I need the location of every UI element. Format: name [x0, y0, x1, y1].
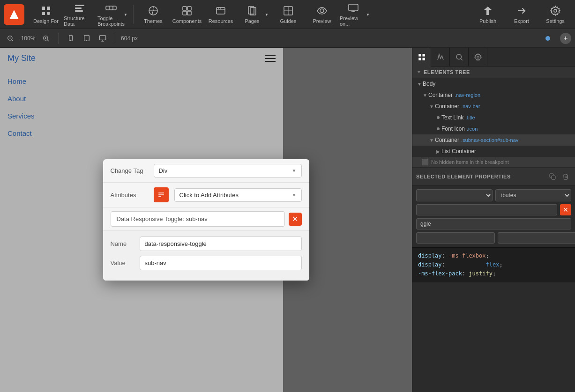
code-val-3: justify — [465, 270, 493, 277]
svg-rect-13 — [183, 7, 187, 10]
app-logo[interactable] — [4, 4, 24, 25]
tree-body[interactable]: ▼ Body — [412, 78, 575, 89]
separator-1 — [133, 5, 134, 24]
props-select-1[interactable] — [416, 189, 493, 201]
change-tag-select[interactable]: Div ▼ — [154, 164, 302, 178]
tree-list-container[interactable]: ▶ List Container — [412, 146, 575, 157]
toggle-breakpoints-arrow: ▼ — [124, 12, 127, 16]
attr-tag-row: Data Responsive Toggle: sub-nav ✕ — [103, 207, 309, 231]
attributes-icon-btn[interactable] — [154, 187, 169, 202]
pages-button[interactable]: Pages ▼ — [239, 1, 270, 28]
props-select-2[interactable]: ibutes — [495, 189, 572, 201]
svg-rect-8 — [106, 6, 116, 10]
props-input-3[interactable] — [498, 232, 575, 244]
px-display: 604 px — [121, 35, 145, 42]
publish-button[interactable]: Publish — [472, 1, 504, 28]
svg-rect-2 — [47, 7, 50, 10]
tab-style[interactable] — [431, 48, 450, 67]
components-button[interactable]: Components — [171, 1, 203, 28]
themes-label: Themes — [144, 18, 163, 24]
toggle-breakpoints-button[interactable]: Toggle Breakpoints ▼ — [97, 1, 129, 28]
scroll-indicator-area — [538, 36, 557, 41]
change-tag-value: Div — [159, 167, 168, 174]
elements-tree: ELEMENTS TREE ▼ Body ▼ Container .nav-re… — [412, 67, 575, 392]
tab-search[interactable] — [450, 48, 469, 67]
props-row-3 — [416, 218, 571, 229]
tree-label-font-icon: Font Icon — [441, 126, 465, 132]
value-input[interactable] — [140, 256, 302, 270]
scroll-indicator — [545, 36, 550, 41]
toggle-input[interactable] — [416, 218, 571, 229]
tree-container-subnav[interactable]: ▼ Container .subnav-section#sub-nav — [412, 134, 575, 146]
hidden-items-row: No hidden items in this breakpoint — [412, 157, 575, 168]
svg-marker-52 — [418, 72, 420, 73]
desktop-device-button[interactable] — [96, 32, 109, 45]
tree-sublabel-subnav: .subnav-section#sub-nav — [461, 137, 518, 143]
props-input-1[interactable] — [416, 204, 557, 215]
name-label: Name — [111, 240, 134, 247]
tree-font-icon[interactable]: Font Icon .icon — [412, 123, 575, 134]
tree-container-nav-bar[interactable]: ▼ Container .nav-bar — [412, 101, 575, 112]
svg-rect-27 — [349, 4, 358, 11]
svg-rect-42 — [99, 36, 105, 40]
tree-label-container-3: Container — [435, 137, 459, 143]
resources-button[interactable]: Resources — [205, 1, 237, 28]
components-label: Components — [172, 18, 202, 24]
preview-on-label: Preview on... — [340, 15, 367, 27]
svg-point-41 — [86, 40, 87, 40]
tree-arrow-nav-region: ▼ — [422, 92, 428, 98]
tablet-device-button[interactable] — [80, 32, 93, 45]
export-button[interactable]: Export — [506, 1, 538, 28]
code-line-2: display: flex; — [418, 260, 569, 269]
zoom-out-button[interactable] — [4, 32, 17, 45]
delete-props-button[interactable] — [560, 171, 571, 182]
themes-button[interactable]: Themes — [137, 1, 169, 28]
preview-on-button[interactable]: Preview on... ▼ — [340, 1, 372, 28]
tab-grid[interactable] — [412, 48, 431, 67]
right-panel: ELEMENTS TREE ▼ Body ▼ Container .nav-re… — [412, 48, 575, 392]
design-for-button[interactable]: Design For — [30, 1, 62, 28]
settings-button[interactable]: Settings — [539, 1, 571, 28]
structure-data-label: Structure Data — [64, 15, 96, 27]
tree-arrow-nav-bar: ▼ — [428, 103, 435, 110]
selected-element-title: SELECTED ELEMENT PROPERTIES — [416, 174, 511, 179]
props-x-button[interactable]: ✕ — [560, 204, 571, 215]
add-element-button[interactable]: + — [560, 33, 571, 44]
code-val-2: flex — [445, 261, 500, 268]
svg-rect-16 — [187, 11, 191, 15]
svg-rect-5 — [75, 5, 84, 6]
code-line-3: -ms-flex-pack: justify; — [418, 269, 569, 278]
tree-label-list-container: List Container — [441, 148, 476, 155]
structure-data-button[interactable]: Structure Data — [64, 1, 96, 28]
zoom-in-button[interactable] — [39, 32, 52, 45]
code-prop-1: display — [418, 252, 442, 259]
resources-label: Resources — [209, 18, 233, 24]
tree-sublabel-nav-bar: .nav-bar — [461, 104, 480, 109]
settings-label: Settings — [546, 18, 565, 24]
preview-on-arrow: ▼ — [366, 12, 370, 16]
attr-close-button[interactable]: ✕ — [289, 213, 302, 226]
svg-line-32 — [12, 39, 13, 41]
mobile-device-button[interactable] — [64, 32, 77, 45]
copy-props-button[interactable] — [547, 171, 558, 182]
tree-container-nav-region[interactable]: ▼ Container .nav-region — [412, 89, 575, 101]
guides-button[interactable]: Guides — [272, 1, 304, 28]
change-tag-label: Change Tag — [111, 167, 148, 174]
tree-arrow-body: ▼ — [416, 81, 423, 87]
name-input[interactable] — [140, 237, 302, 251]
tree-text-link-title[interactable]: Text Link .title — [412, 112, 575, 123]
hidden-checkbox[interactable] — [422, 159, 428, 165]
svg-rect-46 — [422, 54, 425, 56]
svg-point-26 — [320, 9, 324, 13]
tab-settings[interactable] — [469, 48, 487, 67]
pages-arrow: ▼ — [265, 12, 269, 16]
separator-devices — [115, 33, 115, 44]
attributes-select-arrow: ▼ — [292, 192, 297, 198]
preview-button[interactable]: Preview — [306, 1, 338, 28]
props-input-2[interactable] — [416, 232, 495, 244]
tree-sublabel-icon: .icon — [467, 126, 478, 132]
attributes-select[interactable]: Click to Add Attributes ▼ — [174, 188, 302, 202]
change-tag-arrow: ▼ — [292, 168, 297, 173]
tree-dot-title — [437, 116, 440, 119]
tree-label-container-1: Container — [428, 92, 453, 98]
